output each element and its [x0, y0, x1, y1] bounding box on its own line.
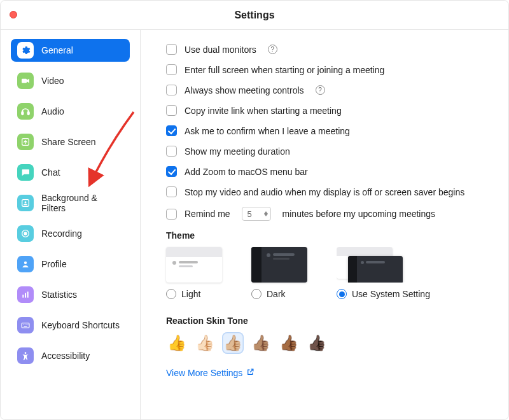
sidebar-item-bgfilters[interactable]: Background & Filters: [11, 192, 130, 214]
svg-point-13: [23, 325, 24, 325]
view-more-settings-label: View More Settings: [166, 368, 242, 378]
option-row-7[interactable]: Stop my video and audio when my display …: [166, 186, 483, 197]
sidebar-item-stats[interactable]: Statistics: [11, 283, 130, 306]
svg-rect-1: [22, 112, 24, 115]
skin-tone-1[interactable]: 👍🏻: [194, 332, 216, 354]
svg-point-18: [25, 352, 27, 354]
option-row-3[interactable]: Copy invite link when starting a meeting: [166, 105, 483, 116]
help-icon[interactable]: ?: [316, 85, 325, 95]
sidebar-item-label: Audio: [41, 106, 64, 116]
option-row-6[interactable]: Add Zoom to macOS menu bar: [166, 166, 483, 177]
sidebar-item-video[interactable]: Video: [11, 69, 130, 92]
sidebar-item-label: Statistics: [41, 290, 77, 300]
option-row-1[interactable]: Enter full screen when starting or joini…: [166, 64, 483, 75]
sidebar-item-share[interactable]: Share Screen: [11, 130, 130, 153]
titlebar: Settings: [1, 1, 508, 30]
sidebar-item-profile[interactable]: Profile: [11, 253, 130, 276]
sidebar-item-chat[interactable]: Chat: [11, 161, 130, 184]
svg-point-5: [24, 201, 26, 203]
checkbox-2[interactable]: [166, 85, 177, 95]
svg-point-7: [24, 232, 27, 235]
option-label: Copy invite link when starting a meeting: [185, 106, 342, 116]
theme-light[interactable]: Light: [166, 247, 222, 299]
theme-dark-thumbnail: [251, 247, 307, 283]
theme-system[interactable]: Use System Setting: [337, 247, 430, 299]
svg-rect-9: [22, 295, 24, 298]
option-remind-me[interactable]: Remind me 5 minutes before my upcoming m…: [166, 207, 483, 221]
audio-icon: [17, 103, 34, 120]
option-label: Use dual monitors: [185, 45, 256, 55]
svg-rect-17: [24, 326, 27, 326]
view-more-settings-link[interactable]: View More Settings: [166, 368, 254, 378]
sidebar-item-label: Keyboard Shortcuts: [41, 320, 120, 330]
recording-icon: [17, 225, 34, 242]
sidebar-item-audio[interactable]: Audio: [11, 100, 130, 123]
svg-rect-2: [27, 112, 29, 115]
option-label: Stop my video and audio when my display …: [185, 187, 464, 197]
checkbox-5[interactable]: [166, 146, 177, 157]
checkbox-7[interactable]: [166, 186, 177, 197]
skin-tone-row: 👍👍🏻👍🏼👍🏽👍🏾👍🏿: [166, 332, 483, 354]
remind-prefix: Remind me: [185, 209, 230, 219]
general-icon: [17, 42, 34, 59]
skin-tone-3[interactable]: 👍🏽: [250, 332, 272, 354]
svg-point-8: [24, 262, 27, 264]
skin-tone-4[interactable]: 👍🏾: [278, 332, 300, 354]
checkbox-4[interactable]: [166, 125, 177, 136]
svg-point-15: [26, 325, 27, 325]
skin-tone-0[interactable]: 👍: [166, 332, 188, 354]
sidebar-item-label: Recording: [41, 228, 82, 239]
theme-dark-label: Dark: [267, 289, 286, 299]
option-row-0[interactable]: Use dual monitors?: [166, 44, 483, 55]
remind-minutes-field[interactable]: 5: [242, 207, 271, 221]
radio-dark[interactable]: [251, 289, 261, 299]
remind-suffix: minutes before my upcoming meetings: [282, 209, 435, 219]
sidebar-item-label: Accessibility: [41, 351, 90, 361]
theme-system-label: Use System Setting: [352, 289, 430, 299]
external-link-icon: [246, 368, 254, 378]
theme-options: Light Dark Use System Set: [166, 247, 483, 299]
radio-system[interactable]: [337, 289, 347, 299]
option-label: Show my meeting duration: [185, 146, 290, 157]
option-row-4[interactable]: Ask me to confirm when I leave a meeting: [166, 125, 483, 136]
radio-light[interactable]: [166, 289, 176, 299]
help-icon[interactable]: ?: [268, 45, 277, 54]
sidebar-item-a11y[interactable]: Accessibility: [11, 344, 130, 367]
option-label: Enter full screen when starting or joini…: [185, 65, 384, 75]
svg-rect-12: [22, 323, 29, 328]
sidebar-item-label: Profile: [41, 259, 67, 269]
a11y-icon: [17, 347, 34, 364]
keyboard-icon: [17, 317, 34, 333]
remind-minutes-value: 5: [248, 209, 252, 219]
skin-tone-2[interactable]: 👍🏼: [222, 332, 244, 354]
checkbox-0[interactable]: [166, 44, 177, 55]
svg-rect-10: [25, 293, 26, 297]
theme-light-thumbnail: [166, 247, 222, 283]
chat-icon: [17, 164, 34, 181]
theme-system-thumbnail: [337, 247, 407, 283]
sidebar-item-general[interactable]: General: [11, 39, 130, 62]
sidebar-item-label: General: [41, 45, 73, 55]
option-row-2[interactable]: Always show meeting controls?: [166, 85, 483, 95]
svg-rect-0: [22, 79, 27, 83]
option-label: Add Zoom to macOS menu bar: [185, 167, 308, 177]
sidebar-item-label: Share Screen: [41, 137, 96, 147]
sidebar: GeneralVideoAudioShare ScreenChatBackgro…: [1, 30, 141, 419]
skin-tone-5[interactable]: 👍🏿: [306, 332, 328, 354]
sidebar-item-label: Background & Filters: [41, 193, 123, 213]
share-icon: [17, 134, 34, 150]
skin-tone-heading: Reaction Skin Tone: [166, 316, 483, 326]
checkbox-1[interactable]: [166, 64, 177, 75]
sidebar-item-recording[interactable]: Recording: [11, 222, 130, 245]
theme-dark[interactable]: Dark: [251, 247, 307, 299]
video-icon: [17, 73, 34, 89]
profile-icon: [17, 256, 34, 272]
option-row-5[interactable]: Show my meeting duration: [166, 146, 483, 157]
checkbox-remind-me[interactable]: [166, 209, 177, 220]
checkbox-6[interactable]: [166, 166, 177, 177]
close-window-icon[interactable]: [10, 11, 17, 18]
checkbox-3[interactable]: [166, 105, 177, 116]
sidebar-item-label: Video: [41, 76, 64, 86]
sidebar-item-keyboard[interactable]: Keyboard Shortcuts: [11, 314, 130, 337]
theme-light-label: Light: [181, 289, 200, 299]
